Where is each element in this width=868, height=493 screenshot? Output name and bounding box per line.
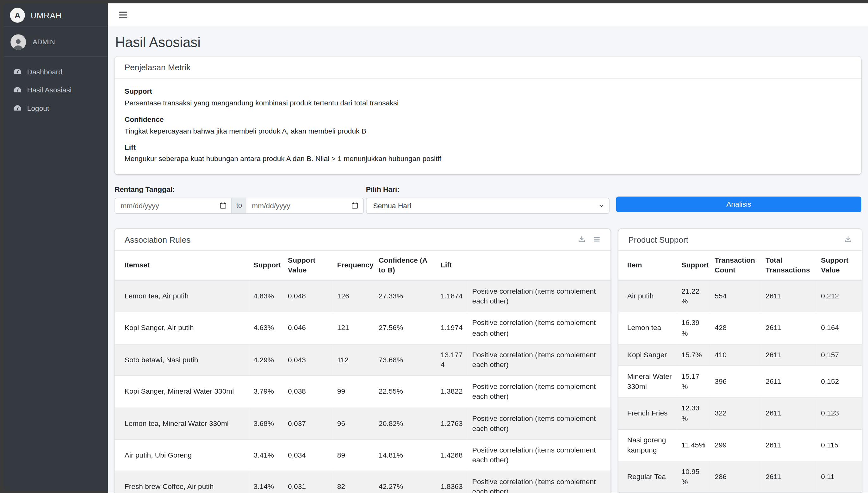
cell-total-transactions: 2611: [761, 398, 817, 429]
cell-support-value: 0,037: [284, 408, 333, 439]
cell-item: Nasi goreng kampung: [618, 429, 677, 461]
card-tools: [578, 235, 601, 243]
product-support-header: Product Support: [618, 229, 862, 251]
cell-frequency: 121: [333, 312, 374, 344]
analyze-button[interactable]: Analisis: [616, 196, 861, 212]
col-lift: Lift: [436, 251, 468, 280]
cell-transaction-count: 410: [710, 344, 761, 366]
logo-letter: A: [15, 11, 21, 19]
download-icon[interactable]: [844, 235, 852, 243]
cell-item: French Fries: [618, 398, 677, 429]
brand[interactable]: A UMRAH: [4, 3, 108, 27]
cell-confidence: 27.56%: [374, 312, 436, 344]
hamburger-icon[interactable]: [118, 8, 129, 22]
top-navbar: [108, 3, 868, 27]
cell-support: 15.7%: [677, 344, 710, 366]
cell-transaction-count: 299: [710, 429, 761, 461]
table-row: Regular Tea 10.95% 286 2611 0,11: [618, 461, 862, 493]
user-panel: ADMIN: [4, 27, 108, 57]
cell-support: 4.63%: [249, 312, 284, 344]
table-row: Air putih 21.22% 554 2611 0,212: [618, 280, 862, 312]
association-rules-card: Association Rules Itemset Support: [114, 229, 610, 493]
cell-confidence: 27.33%: [374, 280, 436, 312]
cell-lift: 1.4268: [436, 439, 468, 471]
cell-item: Regular Tea: [618, 461, 677, 493]
cell-lift: 1.2763: [436, 408, 468, 439]
day-select-wrap: Semua Hari: [366, 197, 609, 214]
cell-itemset: Lemon tea, Air putih: [114, 280, 249, 312]
cell-item: Air putih: [618, 280, 677, 312]
table-row: Kopi Sanger 15.7% 410 2611 0,157: [618, 344, 862, 366]
metric-name: Lift: [125, 143, 851, 151]
cell-support-value: 0,152: [817, 366, 862, 398]
table-row: Kopi Sanger, Mineral Water 330ml 3.79% 0…: [114, 376, 610, 408]
metric-name: Support: [125, 87, 851, 95]
cell-total-transactions: 2611: [761, 366, 817, 398]
cell-correlation: Positive correlation (items complement e…: [468, 439, 611, 471]
product-support-table: Item Support Transaction Count Total Tra…: [618, 251, 862, 493]
table-row: Lemon tea 16.39% 428 2611 0,164: [618, 312, 862, 344]
page-title: Hasil Asosiasi: [115, 35, 861, 51]
cell-itemset: Lemon tea, Mineral Water 330ml: [114, 408, 249, 439]
cell-support: 3.41%: [249, 439, 284, 471]
metrics-card-header: Penjelasan Metrik: [114, 57, 861, 79]
cell-frequency: 112: [333, 344, 374, 376]
cell-item: Lemon tea: [618, 312, 677, 344]
cell-support-value: 0,157: [817, 344, 862, 366]
gauge-icon: [13, 67, 22, 77]
sidebar-item-label: Logout: [27, 104, 49, 112]
col-itemset: Itemset: [114, 251, 249, 280]
metric-description: Persentase transaksi yang mengandung kom…: [125, 98, 851, 108]
cell-frequency: 89: [333, 439, 374, 471]
sidebar-item-hasil-asosiasi[interactable]: Hasil Asosiasi: [7, 81, 105, 99]
table-row: Air putih, Ubi Goreng 3.41% 0,034 89 14.…: [114, 439, 610, 471]
day-select[interactable]: Semua Hari: [366, 197, 609, 214]
date-from-field[interactable]: [114, 197, 232, 214]
sidebar-item-label: Hasil Asosiasi: [27, 86, 71, 94]
sidebar-item-logout[interactable]: Logout: [7, 99, 105, 117]
date-from-input[interactable]: [121, 201, 220, 210]
cell-support: 12.33%: [677, 398, 710, 429]
cell-transaction-count: 554: [710, 280, 761, 312]
col-transaction-count: Transaction Count: [710, 251, 761, 280]
card-tools: [844, 235, 852, 243]
col-support-value: Support Value: [284, 251, 333, 280]
calendar-icon[interactable]: [219, 201, 227, 210]
cell-confidence: 20.82%: [374, 408, 436, 439]
calendar-icon[interactable]: [351, 201, 359, 210]
cell-total-transactions: 2611: [761, 461, 817, 493]
content: Hasil Asosiasi Penjelasan Metrik Support…: [108, 35, 868, 493]
cell-support: 3.68%: [249, 408, 284, 439]
date-to-field[interactable]: [246, 197, 364, 214]
cell-support-value: 0,048: [284, 280, 333, 312]
brand-name: UMRAH: [30, 10, 62, 20]
app-root: A UMRAH ADMIN Dashboard Hasil Asosiasi L…: [0, 0, 868, 493]
cell-confidence: 22.55%: [374, 376, 436, 408]
cell-total-transactions: 2611: [761, 312, 817, 344]
table-row: Soto betawi, Nasi putih 4.29% 0,043 112 …: [114, 344, 610, 376]
list-icon[interactable]: [593, 235, 601, 243]
cell-correlation: Positive correlation (items complement e…: [468, 408, 611, 439]
cell-support-value: 0,031: [284, 471, 333, 493]
date-to-input[interactable]: [252, 201, 351, 210]
col-correlation: [468, 251, 611, 280]
cell-support-value: 0,123: [817, 398, 862, 429]
cell-lift: 1.1974: [436, 312, 468, 344]
cell-frequency: 82: [333, 471, 374, 493]
cell-support-value: 0,115: [817, 429, 862, 461]
cell-support-value: 0,212: [817, 280, 862, 312]
sidebar-item-dashboard[interactable]: Dashboard: [7, 63, 105, 81]
table-row: Lemon tea, Air putih 4.83% 0,048 126 27.…: [114, 280, 610, 312]
cell-support: 15.17%: [677, 366, 710, 398]
table-row: French Fries 12.33% 322 2611 0,123: [618, 398, 862, 429]
cell-itemset: Soto betawi, Nasi putih: [114, 344, 249, 376]
table-row: Mineral Water 330ml 15.17% 396 2611 0,15…: [618, 366, 862, 398]
cell-correlation: Positive correlation (items complement e…: [468, 376, 611, 408]
date-range-label: Rentang Tanggal:: [114, 185, 364, 193]
cell-lift: 1.1874: [436, 280, 468, 312]
sidebar: A UMRAH ADMIN Dashboard Hasil Asosiasi L…: [4, 3, 108, 491]
download-icon[interactable]: [578, 235, 586, 243]
cell-support: 4.83%: [249, 280, 284, 312]
product-support-title: Product Support: [628, 234, 688, 244]
user-name: ADMIN: [32, 38, 55, 46]
